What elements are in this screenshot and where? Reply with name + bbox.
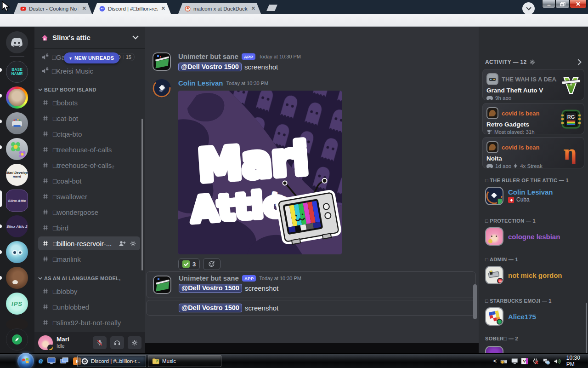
image-attachment[interactable]: Mari Attic ’s [178, 91, 342, 254]
category-ai-language-model[interactable]: AS AN AI LANGUAGE MODEL, [38, 274, 121, 282]
server-base-name[interactable]: BASE NAME [6, 61, 28, 83]
message-author[interactable]: Unimeter but sane [179, 274, 239, 282]
member-partial[interactable] [482, 345, 584, 353]
tab-search-button[interactable] [522, 2, 535, 15]
server-dog[interactable] [6, 267, 28, 289]
activity-card-retro-gadgets[interactable]: covid is bean Retro Gadgets Most played:… [482, 103, 584, 134]
message[interactable]: Colin Lesivan Today at 10:30 PM [153, 79, 471, 270]
user-mention[interactable]: @Dell Vostro 1500 [179, 304, 242, 312]
activity-header[interactable]: ACTIVITY — 12 [485, 59, 582, 65]
activity-card-gtav[interactable]: THE WAH IS A DEA... Grand Theft Auto V 9… [482, 69, 584, 100]
explore-servers-button[interactable] [6, 328, 28, 351]
window-close-button[interactable] [570, 0, 587, 8]
message-author[interactable]: Unimeter but sane [178, 52, 238, 61]
compass-icon [11, 334, 23, 345]
chevron-right-icon[interactable] [577, 59, 582, 65]
window-maximize-button[interactable] [555, 0, 570, 8]
user-avatar[interactable] [38, 335, 53, 350]
chevron-down-icon: ▾ [69, 56, 72, 61]
display-tray-icon[interactable] [511, 358, 518, 364]
tray-expand-icon[interactable]: < [493, 358, 497, 364]
highlighted-message[interactable]: Unimeter but sane APP Today at 10:30 PM … [146, 271, 476, 298]
server-slinx-attic-selected[interactable]: Slinx Attic [6, 190, 28, 212]
tab-close-icon[interactable]: ✕ [160, 6, 166, 12]
server-header[interactable]: Slinx's attic [34, 27, 145, 49]
mic-mute-button[interactable] [93, 336, 107, 349]
avatar[interactable] [153, 79, 171, 98]
channel-item[interactable]: □bird [38, 221, 140, 235]
server-cat[interactable] [6, 86, 28, 109]
tab-close-icon[interactable]: ✕ [81, 6, 87, 12]
server-slinx-attic-2[interactable]: Slinx Attic 2 [6, 215, 28, 237]
new-unreads-banner[interactable]: ▾ NEW UNREADS [64, 52, 119, 63]
retro-gadgets-logo: RG [561, 109, 581, 129]
taskbar-button-music[interactable]: Music [148, 355, 221, 367]
category-beep-boop-island[interactable]: BEEP BOOP ISLAND [38, 86, 96, 94]
window-minimize-button[interactable] [542, 0, 555, 8]
user-settings-button[interactable] [128, 336, 141, 349]
channel-item[interactable]: □unblobbed [38, 300, 140, 314]
channel-item-selected[interactable]: □billion-reservoir-... [38, 236, 140, 250]
activity-settings-gear-icon[interactable] [529, 59, 536, 65]
discord-home-button[interactable] [6, 31, 28, 53]
server-blue-cat[interactable] [6, 241, 28, 263]
start-button[interactable] [17, 353, 34, 368]
user-mention[interactable]: @Dell Vostro 1500 [179, 284, 242, 293]
channel-item[interactable]: □swallower [38, 190, 140, 203]
channel-item[interactable]: □slinx92-but-not-really [38, 316, 140, 329]
member-status-text: Cuba [516, 196, 530, 204]
browser-tab-duckduckgo[interactable]: malcom x at DuckDuckG ✕ [178, 3, 261, 14]
create-invite-icon[interactable] [119, 240, 126, 247]
sidebar-scrollbar[interactable] [141, 119, 143, 270]
channel-item[interactable]: □coal-bot [38, 174, 140, 188]
server-flowers[interactable] [6, 138, 28, 160]
channel-item[interactable]: □marilink [38, 252, 140, 266]
channel-item[interactable]: □blobby [38, 284, 140, 298]
deafen-button[interactable] [110, 336, 124, 349]
server-ips[interactable]: IPS [6, 293, 28, 315]
server-robot[interactable] [6, 112, 28, 134]
reaction-check-mark[interactable]: 3 [178, 258, 200, 270]
volume-tray-icon[interactable] [554, 358, 561, 365]
message-author[interactable]: Colin Lesivan [178, 79, 223, 87]
browser-tab-discord[interactable]: Discord | #□billion-rese ✕ [93, 3, 171, 14]
browser-tab-youtube[interactable]: Duster - Cooking No M ✕ [14, 3, 92, 14]
message[interactable]: Unimeter but sane APP Today at 10:30 PM … [153, 52, 471, 71]
channel-item[interactable]: □bobots [38, 96, 140, 109]
chevron-down-icon[interactable] [132, 35, 139, 40]
keyboard-tray-icon[interactable] [500, 358, 508, 364]
avatar[interactable] [153, 276, 171, 294]
members-scrollbar[interactable] [586, 303, 587, 353]
server-mari-development[interactable]: Mari Develop ment [6, 164, 28, 186]
power-plug-tray-icon[interactable] [532, 357, 539, 365]
highlighted-message[interactable]: @Dell Vostro 1500 screenshot [146, 300, 476, 316]
user-mention[interactable]: @Dell Vostro 1500 [178, 63, 242, 71]
activity-card-noita[interactable]: covid is bean Noita 1d ago 4x Streak η [482, 137, 584, 168]
internet-explorer-icon[interactable]: e [39, 356, 43, 366]
channel-item[interactable]: □treehouse-of-calls₂ [38, 158, 140, 172]
member-cologne-lesbian[interactable]: cologne lesbian [482, 226, 584, 247]
channel-item[interactable]: □cat-bot [38, 111, 140, 125]
clock[interactable]: 10:30 PM [566, 355, 588, 368]
chat-scrollbar[interactable] [473, 284, 477, 319]
channel-item[interactable]: □treehouse-of-calls [38, 143, 140, 156]
member-colin-lesivan[interactable]: Colin Lesivan Cuba [482, 186, 584, 206]
member-not-mick-gordon[interactable]: not mick gordon [482, 265, 584, 285]
tab-close-icon[interactable]: ✕ [250, 6, 256, 12]
channel-item[interactable]: □wondergoose [38, 205, 140, 219]
show-desktop-icon[interactable] [47, 357, 56, 365]
network-tray-icon[interactable] [543, 358, 550, 365]
window-switcher-icon[interactable] [60, 357, 68, 365]
add-reaction-button[interactable] [203, 258, 220, 270]
voice-channel-kreisi-music[interactable]: □Kreisi Music [38, 64, 137, 77]
channel-item[interactable]: □ctqa-bto [38, 127, 140, 141]
dnd-status-badge [497, 278, 503, 284]
user-info[interactable]: Mari Idle [57, 336, 89, 349]
vcxsrv-tray-icon[interactable]: V [521, 358, 528, 364]
new-tab-button[interactable] [266, 5, 277, 11]
taskbar-button-discord[interactable]: Discord | #□billion-r... [77, 355, 146, 367]
avatar[interactable] [153, 52, 171, 71]
member-alice175[interactable]: Alice175 [482, 306, 584, 327]
channel-settings-gear-icon[interactable] [130, 240, 136, 247]
gamepad-icon [486, 96, 493, 100]
